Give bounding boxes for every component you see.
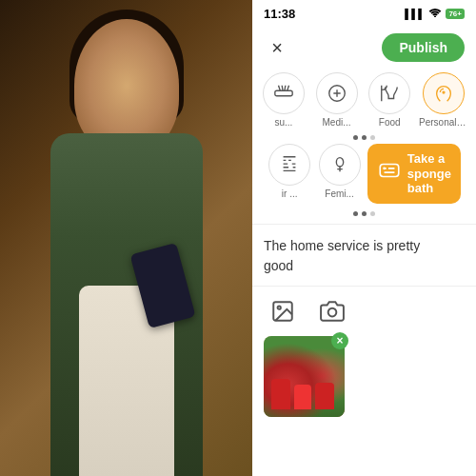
selected-service-icon [377, 158, 402, 188]
camera-button[interactable] [317, 296, 347, 327]
category-item-medi[interactable]: Medi... [313, 72, 361, 128]
image-upload-button[interactable] [268, 296, 298, 327]
text-line1: The home service is pretty [264, 238, 420, 253]
category-section: su... Medi... Food Personal Ca [252, 69, 476, 220]
service-icon-ir [268, 144, 310, 186]
divider-1 [252, 224, 476, 225]
photo-thumbnail [264, 336, 345, 417]
divider-2 [252, 286, 476, 287]
status-bar: 11:38 ▌▌▌ 76+ [252, 0, 476, 27]
photo-area: × [252, 332, 476, 476]
dot-2 [362, 135, 367, 140]
service-item-femi[interactable]: Femi... [317, 144, 361, 199]
dot-3 [370, 135, 375, 140]
svg-rect-3 [380, 165, 399, 177]
close-button[interactable]: × [264, 34, 290, 61]
category-label-su: su... [274, 117, 292, 128]
category-label-medi: Medi... [323, 117, 351, 128]
category-label-femi: Femi... [325, 188, 354, 199]
service-icon-femi [319, 144, 361, 186]
svg-point-2 [336, 158, 343, 167]
category-icon-medi [316, 72, 358, 114]
category-icon-personal-care [423, 72, 465, 114]
service-card-row: ir ... Femi... Take a sponge bath [260, 144, 468, 208]
text-input-area[interactable]: The home service is pretty good [252, 228, 476, 282]
photo-thumb-inner [264, 336, 345, 417]
selected-service-label: Take a sponge bath [407, 151, 451, 196]
svg-point-1 [443, 91, 445, 93]
dot-4 [353, 211, 358, 216]
close-icon: × [271, 38, 283, 57]
wifi-icon [428, 8, 442, 19]
battery-badge: 76+ [446, 9, 465, 19]
signal-icon: ▌▌▌ [405, 9, 425, 19]
category-label-ir: ir ... [282, 188, 298, 199]
svg-point-7 [328, 308, 337, 317]
photo-delete-button[interactable]: × [331, 332, 348, 349]
category-row-1: su... Medi... Food Personal Ca [260, 72, 468, 128]
category-icon-food [368, 72, 410, 114]
phone-ui-panel: 11:38 ▌▌▌ 76+ × Publish su... [252, 0, 476, 476]
text-line2: good [264, 258, 293, 273]
svg-point-4 [384, 169, 385, 169]
dots-indicator-2 [260, 208, 468, 220]
top-bar: × Publish [252, 27, 476, 69]
svg-point-6 [278, 306, 281, 308]
publish-button[interactable]: Publish [382, 33, 465, 62]
dot-6 [370, 211, 375, 216]
dot-5 [362, 211, 367, 216]
category-item-su[interactable]: su... [260, 72, 307, 128]
service-item-ir[interactable]: ir ... [268, 144, 311, 199]
dots-indicator-1 [260, 131, 468, 144]
category-item-food[interactable]: Food [366, 72, 413, 128]
selected-service-card[interactable]: Take a sponge bath [367, 144, 461, 204]
person-face [74, 19, 179, 152]
category-label-food: Food [379, 117, 401, 128]
background-photo [0, 0, 252, 476]
status-icons: ▌▌▌ 76+ [405, 8, 465, 19]
category-label-personal-care: Personal Ca [419, 117, 468, 128]
dot-1 [353, 135, 358, 140]
status-time: 11:38 [264, 7, 295, 21]
category-item-personal-care[interactable]: Personal Ca [419, 72, 468, 128]
category-icon-su [263, 72, 305, 114]
media-toolbar [252, 290, 476, 332]
text-content[interactable]: The home service is pretty good [264, 236, 465, 276]
